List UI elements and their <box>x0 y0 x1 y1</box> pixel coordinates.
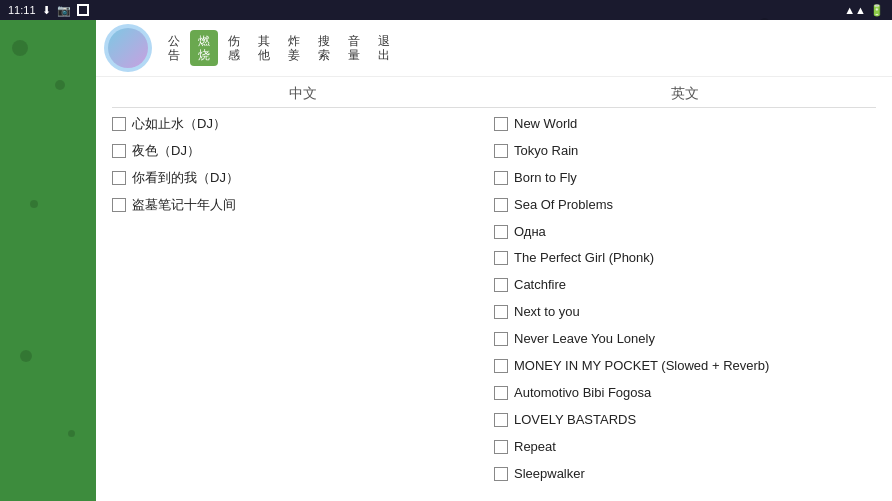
list-item: Одна <box>494 224 876 241</box>
song-name: Sleepwalker <box>514 466 876 483</box>
time: 11:11 <box>8 4 36 16</box>
app-header: 公告 燃烧 伤感 其他 炸姜 搜索 音量 退出 <box>96 20 892 77</box>
english-header: 英文 <box>494 85 876 108</box>
list-item: The Perfect Girl (Phonk) <box>494 250 876 267</box>
tab-shanggane[interactable]: 伤感 <box>220 30 248 67</box>
list-item: 你看到的我（DJ） <box>112 170 494 187</box>
square-icon <box>77 4 89 16</box>
nav-tabs: 公告 燃烧 伤感 其他 炸姜 搜索 音量 退出 <box>160 30 398 67</box>
list-item: Born to Fly <box>494 170 876 187</box>
song-name: Repeat <box>514 439 876 456</box>
list-item: Automotivo Bibi Fogosa <box>494 385 876 402</box>
checkbox-next-to-you[interactable] <box>494 305 508 319</box>
checkbox-sea-of-problems[interactable] <box>494 198 508 212</box>
content-area: 中文 心如止水（DJ） 夜色（DJ） 你看到的我（DJ） 盗墓笔记十年人间 英文 <box>96 77 892 498</box>
tab-zhajiang[interactable]: 炸姜 <box>280 30 308 67</box>
song-name: Catchfire <box>514 277 876 294</box>
list-item: Sleepwalker <box>494 466 876 483</box>
checkbox-money-pocket[interactable] <box>494 359 508 373</box>
list-item: Catchfire <box>494 277 876 294</box>
song-name: 夜色（DJ） <box>132 143 494 160</box>
song-name: Automotivo Bibi Fogosa <box>514 385 876 402</box>
tab-sousuo[interactable]: 搜索 <box>310 30 338 67</box>
list-item: 盗墓笔记十年人间 <box>112 197 494 214</box>
checkbox-nkdw[interactable] <box>112 171 126 185</box>
list-item: MONEY IN MY POCKET (Slowed + Reverb) <box>494 358 876 375</box>
screenshot-icon: 📷 <box>57 4 71 17</box>
tab-qita[interactable]: 其他 <box>250 30 278 67</box>
song-name: 你看到的我（DJ） <box>132 170 494 187</box>
battery-icon: 🔋 <box>870 4 884 17</box>
song-name: Born to Fly <box>514 170 876 187</box>
checkbox-born-to-fly[interactable] <box>494 171 508 185</box>
song-name: The Perfect Girl (Phonk) <box>514 250 876 267</box>
song-name: LOVELY BASTARDS <box>514 412 876 429</box>
song-name: 心如止水（DJ） <box>132 116 494 133</box>
chinese-header: 中文 <box>112 85 494 108</box>
checkbox-perfect-girl[interactable] <box>494 251 508 265</box>
song-name: Tokyo Rain <box>514 143 876 160</box>
checkbox-never-leave[interactable] <box>494 332 508 346</box>
wifi-icon: ▲▲ <box>844 4 866 16</box>
tab-gongao[interactable]: 公告 <box>160 30 188 67</box>
list-item: Tokyo Rain <box>494 143 876 160</box>
download-icon: ⬇ <box>42 4 51 17</box>
checkbox-xrszd[interactable] <box>112 117 126 131</box>
list-item: Never Leave You Lonely <box>494 331 876 348</box>
avatar <box>104 24 152 72</box>
song-name: Never Leave You Lonely <box>514 331 876 348</box>
list-item: 心如止水（DJ） <box>112 116 494 133</box>
list-item: Repeat <box>494 439 876 456</box>
app-panel: 公告 燃烧 伤感 其他 炸姜 搜索 音量 退出 中文 心如止水（DJ） 夜色（D… <box>96 20 892 501</box>
checkbox-dmbjsnr[interactable] <box>112 198 126 212</box>
checkbox-catchfire[interactable] <box>494 278 508 292</box>
checkbox-new-world[interactable] <box>494 117 508 131</box>
song-name: New World <box>514 116 876 133</box>
chinese-column: 中文 心如止水（DJ） 夜色（DJ） 你看到的我（DJ） 盗墓笔记十年人间 <box>112 85 494 490</box>
list-item: 夜色（DJ） <box>112 143 494 160</box>
checkbox-lovely[interactable] <box>494 413 508 427</box>
song-name: Next to you <box>514 304 876 321</box>
tab-yinliang[interactable]: 音量 <box>340 30 368 67</box>
tab-tuichu[interactable]: 退出 <box>370 30 398 67</box>
song-name: MONEY IN MY POCKET (Slowed + Reverb) <box>514 358 876 375</box>
song-name: Одна <box>514 224 876 241</box>
english-column: 英文 New World Tokyo Rain Born to Fly Sea … <box>494 85 876 490</box>
checkbox-automotivo[interactable] <box>494 386 508 400</box>
list-item: Sea Of Problems <box>494 197 876 214</box>
checkbox-odna[interactable] <box>494 225 508 239</box>
checkbox-tokyo-rain[interactable] <box>494 144 508 158</box>
status-bar: 11:11 ⬇ 📷 ▲▲ 🔋 <box>0 0 892 20</box>
checkbox-sleepwalker[interactable] <box>494 467 508 481</box>
song-name: Sea Of Problems <box>514 197 876 214</box>
list-item: Next to you <box>494 304 876 321</box>
checkbox-repeat[interactable] <box>494 440 508 454</box>
tab-ranshao[interactable]: 燃烧 <box>190 30 218 67</box>
song-name: 盗墓笔记十年人间 <box>132 197 494 214</box>
list-item: New World <box>494 116 876 133</box>
checkbox-yese[interactable] <box>112 144 126 158</box>
list-item: LOVELY BASTARDS <box>494 412 876 429</box>
